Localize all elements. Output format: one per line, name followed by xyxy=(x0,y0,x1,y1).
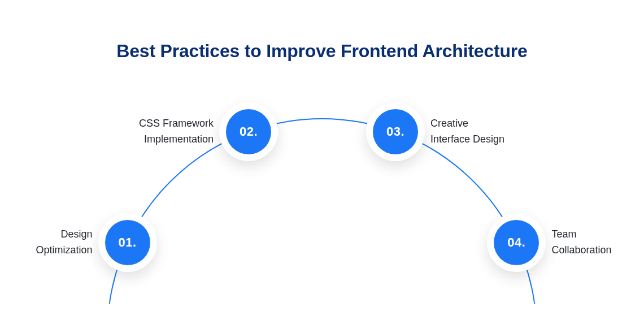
step-node-04: 04. xyxy=(487,213,546,272)
step-label-line: Creative xyxy=(430,118,468,129)
step-number: 01. xyxy=(119,235,137,250)
step-label-02: CSS Framework Implementation xyxy=(123,116,214,148)
step-label-01: Design Optimization xyxy=(2,227,93,258)
step-label-line: Implementation xyxy=(144,133,214,145)
step-circle: 04. xyxy=(494,220,539,265)
step-label-line: CSS Framework xyxy=(139,118,214,129)
step-label-04: Team Collaboration xyxy=(551,227,644,258)
step-label-line: Interface Design xyxy=(430,133,504,145)
step-number: 04. xyxy=(507,235,525,250)
step-node-01: 01. xyxy=(98,213,157,272)
step-label-03: Creative Interface Design xyxy=(430,116,543,148)
diagram-title: Best Practices to Improve Frontend Archi… xyxy=(0,0,644,62)
step-circle: 03. xyxy=(373,109,418,154)
step-label-line: Optimization xyxy=(36,244,93,256)
step-label-line: Team xyxy=(551,228,576,240)
step-label-line: Collaboration xyxy=(551,244,611,256)
step-number: 02. xyxy=(240,124,258,139)
step-node-02: 02. xyxy=(219,102,278,161)
step-number: 03. xyxy=(386,124,404,139)
step-label-line: Design xyxy=(61,228,93,240)
step-node-03: 03. xyxy=(366,102,425,161)
step-circle: 02. xyxy=(226,109,271,154)
step-circle: 01. xyxy=(105,220,150,265)
